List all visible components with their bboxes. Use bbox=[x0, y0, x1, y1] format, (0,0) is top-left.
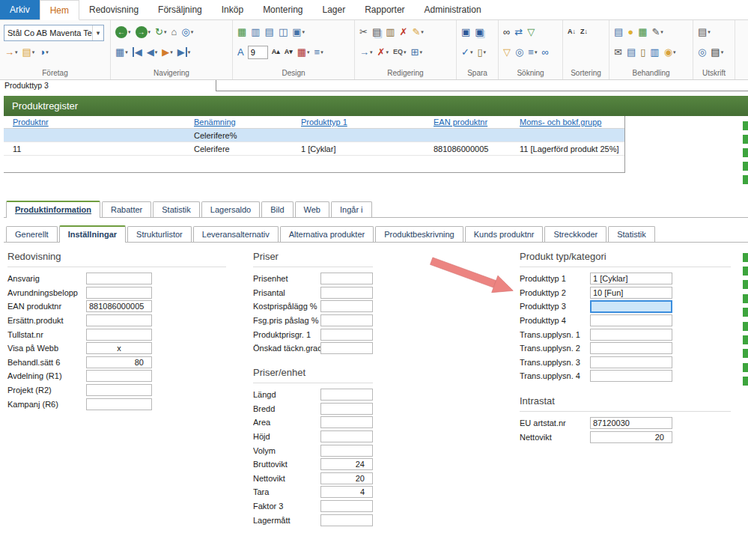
field-kostprispalagg-input[interactable] bbox=[320, 300, 373, 312]
field-produkttyp-3-input[interactable] bbox=[590, 300, 672, 313]
font-decrease-icon[interactable]: A▾ bbox=[283, 48, 294, 56]
field-behandl-satt-6-input[interactable] bbox=[86, 356, 152, 368]
field-bredd-input[interactable] bbox=[320, 403, 373, 415]
subtab-produktbeskrivning[interactable]: Produktbeskrivning bbox=[375, 226, 463, 242]
field-bruttovikt-input[interactable] bbox=[320, 458, 373, 470]
mail-icon[interactable]: ✉ bbox=[612, 46, 624, 58]
chevron-down-icon[interactable]: ▾ bbox=[155, 49, 158, 55]
sum-lookup-icon[interactable]: EQ▾ bbox=[392, 48, 408, 56]
chevron-down-icon[interactable]: ▾ bbox=[128, 29, 131, 35]
link-icon[interactable]: ∞ bbox=[540, 46, 550, 58]
field-kampanj-r6-input[interactable] bbox=[86, 398, 152, 410]
company-selector[interactable]: Stål Co AB Maventa Test▾ bbox=[4, 25, 104, 41]
document-icon[interactable]: ▯ bbox=[639, 46, 647, 58]
approve-icon[interactable]: ✓▾ bbox=[460, 46, 474, 58]
chevron-down-icon[interactable]: ▾ bbox=[46, 49, 49, 55]
field-produkttyp-4-input[interactable] bbox=[590, 314, 672, 326]
field-tara-input[interactable] bbox=[320, 486, 373, 498]
subtab-statistik[interactable]: Statistik bbox=[608, 226, 655, 242]
delete-icon[interactable]: ✗ bbox=[398, 26, 410, 37]
droplet-icon[interactable]: ● bbox=[626, 26, 635, 37]
menu-tab-arkiv[interactable]: Arkiv bbox=[0, 0, 40, 19]
insert-row-icon[interactable]: ▤ bbox=[264, 26, 276, 37]
home-icon[interactable]: ⌂ bbox=[169, 26, 178, 37]
chevron-down-icon[interactable]: ▾ bbox=[148, 29, 151, 35]
field-ean-produktnr-input[interactable] bbox=[86, 300, 152, 312]
field-projekt-r2-input[interactable] bbox=[86, 384, 152, 396]
subtab-leveransalternativ[interactable]: Leveransalternativ bbox=[193, 226, 279, 242]
chevron-down-icon[interactable]: ▾ bbox=[404, 49, 407, 55]
field-trans-upplysn-3-input[interactable] bbox=[590, 356, 672, 368]
menu-tab-rapporter[interactable]: Rapporter bbox=[355, 0, 414, 19]
field-trans-upplysn-4-input[interactable] bbox=[590, 370, 672, 382]
field-ansvarig-input[interactable] bbox=[86, 273, 152, 284]
subtab-kunds-produktnr[interactable]: Kunds produktnr bbox=[465, 226, 544, 242]
column-header-ean-produktnr[interactable]: EAN produktnr bbox=[431, 118, 517, 127]
search-list-icon[interactable]: ≡▾ bbox=[526, 46, 538, 58]
menu-tab-hem[interactable]: Hem bbox=[40, 0, 79, 20]
field-eu-artstat-nr-input[interactable] bbox=[590, 417, 672, 429]
next-record-icon[interactable]: ▶▾ bbox=[160, 46, 174, 58]
chevron-down-icon[interactable]: ▾ bbox=[421, 29, 424, 35]
table-edit-icon[interactable]: ▦ bbox=[636, 26, 648, 37]
field-produkttyp-2-input[interactable] bbox=[590, 287, 672, 299]
format-painter-icon[interactable]: ✎▾ bbox=[410, 26, 425, 37]
field-trans-upplysn-1-input[interactable] bbox=[590, 329, 672, 341]
replace-icon[interactable]: ⇄ bbox=[513, 26, 524, 37]
menu-tab-forsaljning[interactable]: Försäljning bbox=[148, 0, 212, 19]
lookup-window-icon[interactable]: ◎▾ bbox=[180, 26, 195, 37]
chevron-down-icon[interactable]: ▾ bbox=[470, 49, 473, 55]
field-avrundningsbelopp-input[interactable] bbox=[86, 287, 152, 299]
revert-icon[interactable]: ▯▾ bbox=[475, 46, 487, 58]
binoculars-icon[interactable]: ∞ bbox=[502, 26, 511, 37]
new-table-icon[interactable]: ▦ bbox=[236, 26, 248, 37]
tab-bild[interactable]: Bild bbox=[261, 201, 293, 217]
back-icon[interactable]: ←▾ bbox=[114, 25, 133, 39]
tab-lagersaldo[interactable]: Lagersaldo bbox=[201, 201, 260, 217]
sort-ascending-icon[interactable]: A↓ bbox=[566, 28, 577, 36]
chevron-down-icon[interactable]: ▾ bbox=[386, 49, 389, 55]
save-all-icon[interactable]: ▣ bbox=[473, 26, 485, 37]
field-lagermatt-input[interactable] bbox=[320, 514, 373, 526]
chevron-down-icon[interactable]: ▾ bbox=[484, 49, 487, 55]
row-height-icon[interactable]: ≡▾ bbox=[313, 46, 325, 58]
column-header-produkttyp-1[interactable]: Produkttyp 1 bbox=[298, 118, 431, 127]
subtab-generellt[interactable]: Generellt bbox=[6, 226, 58, 242]
company-statistics-icon[interactable]: ◑▾ bbox=[37, 46, 49, 58]
batch-update-icon[interactable]: ▤ bbox=[612, 26, 624, 37]
grid-view-icon[interactable]: ▦▾ bbox=[114, 46, 130, 58]
subtab-streckkoder[interactable]: Streckkoder bbox=[544, 226, 606, 242]
table-row[interactable]: Celerifere% bbox=[4, 129, 624, 142]
chevron-down-icon[interactable]: ▾ bbox=[15, 49, 18, 55]
chevron-down-icon[interactable]: ▾ bbox=[188, 49, 191, 55]
tab-rabatter[interactable]: Rabatter bbox=[102, 201, 151, 217]
column-header-moms-och-bokf-grupp[interactable]: Moms- och bokf.grupp bbox=[517, 118, 619, 127]
field-nettovikt-input[interactable] bbox=[320, 472, 373, 484]
chevron-down-icon[interactable]: ▾ bbox=[419, 49, 422, 55]
filter-icon[interactable]: ▽ bbox=[502, 46, 512, 58]
cut-icon[interactable]: ✂ bbox=[358, 26, 369, 37]
menu-tab-montering[interactable]: Montering bbox=[253, 0, 312, 19]
field-ersattn-produkt-input[interactable] bbox=[86, 314, 152, 326]
search-icon[interactable]: ◎ bbox=[514, 46, 525, 58]
fill-color-icon[interactable]: ▦▾ bbox=[296, 46, 311, 58]
chevron-down-icon[interactable]: ▾ bbox=[535, 49, 538, 55]
chevron-down-icon[interactable]: ▾ bbox=[708, 29, 711, 35]
field-prisenhet-input[interactable] bbox=[320, 273, 373, 284]
subtab-strukturlistor[interactable]: Strukturlistor bbox=[127, 226, 192, 242]
last-record-icon[interactable]: ▶▾ bbox=[176, 46, 192, 58]
font-icon[interactable]: A bbox=[236, 46, 246, 58]
font-increase-icon[interactable]: A▴ bbox=[270, 48, 282, 56]
field-onskad-tackn-grad-input[interactable] bbox=[320, 342, 373, 354]
field-tullstat-nr-input[interactable] bbox=[86, 329, 152, 341]
delete-row-icon[interactable]: ✗▾ bbox=[376, 46, 390, 58]
column-header-produktnr[interactable]: Produktnr bbox=[10, 118, 191, 127]
copy-icon[interactable]: ▤ bbox=[371, 26, 383, 37]
chevron-down-icon[interactable]: ▾ bbox=[164, 29, 167, 35]
table-row[interactable]: 11Celerifere1 [Cyklar]88108600000511 [La… bbox=[4, 142, 624, 156]
edit-icon[interactable]: ✎▾ bbox=[650, 26, 664, 37]
chevron-down-icon[interactable]: ▾ bbox=[302, 29, 305, 35]
chevron-down-icon[interactable]: ▾ bbox=[32, 49, 35, 55]
field-fsg-pris-paslag-input[interactable] bbox=[320, 314, 373, 326]
tab-ingar-i[interactable]: Ingår i bbox=[331, 201, 372, 217]
